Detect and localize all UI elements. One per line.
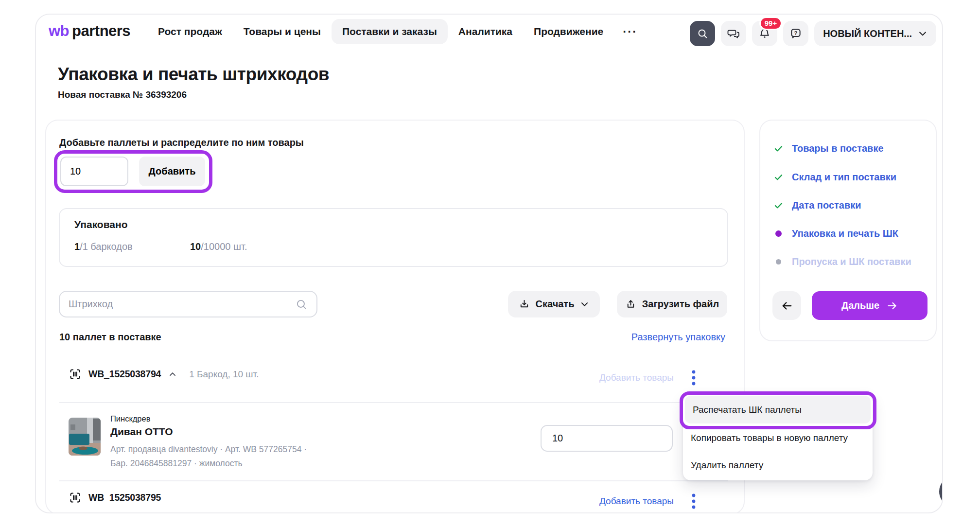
search-button[interactable] (690, 21, 715, 46)
step-passes-supply-barcodes: Пропуска и ШК поставки (773, 256, 911, 267)
supply-steps-card: Товары в поставке Склад и тип поставки Д… (759, 120, 937, 341)
add-products-link[interactable]: Добавить товары (599, 372, 674, 383)
check-icon (773, 143, 784, 154)
download-icon (519, 299, 530, 310)
packed-barcodes-done: 1 (74, 241, 80, 252)
pallet-id: WB_1525038794 (88, 369, 161, 380)
pallet-row: WB_1525038795 (69, 491, 161, 504)
nav-item-promotion[interactable]: Продвижение (523, 19, 614, 44)
packed-items: 10/10000 шт. (190, 241, 247, 252)
product-barcode-color: Бар. 2046845881297 · жимолость (110, 458, 243, 469)
chevron-down-icon (580, 299, 589, 309)
current-step-dot-icon (773, 230, 784, 237)
check-icon (773, 172, 784, 182)
step-label: Товары в поставке (792, 143, 884, 154)
product-qty-input[interactable] (541, 425, 673, 452)
notifications-badge: 99+ (759, 17, 782, 30)
add-products-link[interactable]: Добавить товары (599, 496, 674, 507)
pallets-total: 10 паллет в поставке (59, 332, 161, 343)
topbar-actions: 99+ ? НОВЫЙ КОНТЕН... (690, 21, 936, 46)
search-icon (697, 28, 708, 39)
check-icon (773, 200, 784, 211)
upload-icon (625, 299, 636, 310)
pallet-row-actions: Добавить товары (599, 370, 696, 386)
question-bubble-icon: ? (789, 27, 802, 40)
chat-button[interactable] (721, 21, 746, 46)
nav-item-supplies-orders[interactable]: Поставки и заказы (332, 19, 448, 44)
main-nav: Рост продаж Товары и цены Поставки и зак… (147, 15, 646, 49)
step-packing-barcodes[interactable]: Упаковка и печать ШК (773, 228, 898, 239)
step-label: Пропуска и ШК поставки (792, 256, 911, 267)
support-button[interactable]: ? (783, 21, 808, 46)
account-switcher[interactable]: НОВЫЙ КОНТЕН... (814, 21, 936, 46)
app-window: wbpartners Рост продаж Товары и цены Пос… (35, 14, 943, 513)
nav-item-analytics[interactable]: Аналитика (448, 19, 523, 44)
step-label: Дата поставки (792, 200, 861, 211)
product-name: Диван ОТТО (110, 426, 173, 438)
packing-panel: Добавьте паллеты и распределите по ним т… (45, 120, 745, 513)
download-label: Скачать (536, 299, 575, 310)
nav-item-sales-growth[interactable]: Рост продаж (147, 19, 233, 44)
barcode-icon (69, 368, 82, 381)
logo-wb: wb (49, 22, 69, 39)
pallet-menu-kebab-icon[interactable] (691, 493, 696, 510)
pallet-summary: 1 Баркод, 10 шт. (189, 369, 259, 380)
chat-icon (727, 27, 740, 40)
menu-item-copy-to-new-pallet[interactable]: Копировать товары в новую паллету (691, 433, 848, 443)
packed-barcodes-total: /1 баркодов (80, 241, 133, 252)
help-button[interactable]: ? (939, 476, 943, 507)
add-pallets-hint: Добавьте паллеты и распределите по ним т… (59, 137, 304, 148)
supply-number: Новая поставка № 36393206 (58, 89, 187, 100)
packed-items-done: 10 (190, 241, 201, 252)
pallet-menu-kebab-icon[interactable] (691, 370, 696, 386)
expand-packing-link[interactable]: Развернуть упаковку (631, 332, 725, 343)
barcode-search-input[interactable] (69, 299, 295, 310)
chevron-down-icon (918, 29, 928, 38)
collapse-pallet-chevron-icon[interactable] (168, 370, 177, 379)
pallet-row: WB_1525038794 1 Баркод, 10 шт. (69, 368, 259, 381)
account-name: НОВЫЙ КОНТЕН... (823, 28, 912, 39)
next-label: Дальше (841, 300, 879, 311)
step-goods-in-supply[interactable]: Товары в поставке (773, 143, 884, 154)
download-button[interactable]: Скачать (508, 291, 600, 317)
svg-text:?: ? (794, 30, 798, 36)
step-supply-date[interactable]: Дата поставки (773, 200, 861, 211)
pallet-context-menu: Распечатать ШК паллеты Копировать товары… (683, 395, 873, 480)
product-brand: Пинскдрев (110, 414, 150, 423)
product-image (69, 418, 101, 456)
nav-more-button[interactable]: ··· (614, 19, 646, 44)
next-button[interactable]: Дальше (812, 291, 928, 320)
packed-items-total: /10000 шт. (201, 241, 247, 252)
arrow-right-icon (886, 300, 898, 312)
barcode-search-field (59, 291, 317, 317)
menu-item-print-pallet-barcode[interactable]: Распечатать ШК паллеты (685, 396, 871, 423)
step-warehouse-type[interactable]: Склад и тип поставки (773, 172, 896, 183)
page-title: Упаковка и печать штрихкодов (58, 64, 329, 85)
packed-title: Упаковано (74, 219, 128, 230)
upload-file-button[interactable]: Загрузить файл (617, 291, 727, 317)
divider (59, 402, 728, 403)
pallet-row-actions: Добавить товары (599, 493, 696, 510)
menu-item-delete-pallet[interactable]: Удалить паллету (691, 460, 763, 471)
pallet-count-input[interactable] (60, 157, 128, 186)
notifications-button[interactable]: 99+ (752, 21, 777, 46)
wb-partners-logo[interactable]: wbpartners (49, 22, 130, 40)
step-label: Склад и тип поставки (792, 172, 896, 183)
barcode-icon (69, 491, 82, 504)
packed-summary-card: Упаковано 1/1 баркодов 10/10000 шт. (59, 208, 728, 267)
arrow-left-icon (781, 299, 793, 312)
nav-item-goods-prices[interactable]: Товары и цены (233, 19, 332, 44)
step-label: Упаковка и печать ШК (792, 228, 898, 239)
logo-partners: partners (72, 22, 130, 39)
pallet-id: WB_1525038795 (88, 492, 161, 503)
upcoming-step-dot-icon (773, 259, 784, 264)
packed-barcodes: 1/1 баркодов (74, 241, 133, 252)
add-pallets-button[interactable]: Добавить (139, 157, 205, 186)
back-button[interactable] (772, 291, 801, 320)
product-articles: Арт. продавца divantestoviy · Арт. WB 57… (110, 444, 307, 455)
divider (59, 480, 728, 481)
search-icon (295, 298, 308, 311)
upload-label: Загрузить файл (642, 299, 719, 310)
